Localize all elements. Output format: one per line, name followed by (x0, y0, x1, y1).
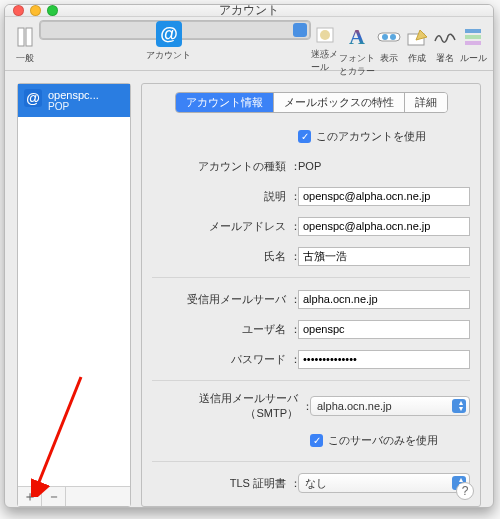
toolbar: 一般 @ アカウント 迷惑メール A フォントとカラー 表示 作成 署名 ルール (5, 17, 493, 71)
svg-rect-1 (26, 28, 32, 46)
only-server-label: このサーバのみを使用 (328, 433, 438, 448)
toolbar-junk[interactable]: 迷惑メール (311, 20, 339, 70)
toolbar-rules[interactable]: ルール (459, 20, 487, 70)
svg-rect-0 (18, 28, 24, 46)
enable-account-checkbox[interactable]: ✓ (298, 130, 311, 143)
email-label: メールアドレス (152, 219, 290, 234)
tls-label: TLS 証明書 (152, 476, 290, 491)
only-server-checkbox[interactable]: ✓ (310, 434, 323, 447)
sidebar: @ openspc... POP ＋ － (17, 83, 131, 507)
traffic-lights (5, 5, 58, 16)
toolbar-signatures[interactable]: 署名 (431, 20, 459, 70)
at-icon: @ (24, 89, 42, 107)
svg-rect-10 (465, 41, 481, 45)
svg-rect-8 (465, 29, 481, 33)
password-label: パスワード (152, 352, 290, 367)
svg-rect-4 (378, 33, 400, 41)
signature-icon (431, 24, 459, 50)
svg-rect-9 (465, 35, 481, 39)
remove-account-button[interactable]: － (42, 487, 66, 506)
add-account-button[interactable]: ＋ (18, 487, 42, 506)
username-input[interactable] (298, 320, 470, 339)
viewing-icon (375, 24, 403, 50)
general-icon (11, 24, 39, 50)
toolbar-fonts[interactable]: A フォントとカラー (339, 20, 375, 70)
account-type: POP (48, 101, 99, 112)
minimize-icon[interactable] (30, 5, 41, 16)
outgoing-server-label: 送信用メールサーバ（SMTP） (152, 391, 302, 421)
username-label: ユーザ名 (152, 322, 290, 337)
sidebar-spacer (66, 487, 130, 506)
toolbar-accounts[interactable]: @ アカウント (39, 20, 311, 40)
divider (152, 461, 470, 462)
chevron-updown-icon: ▴▾ (459, 400, 463, 412)
titlebar: アカウント (5, 5, 493, 17)
zoom-icon[interactable] (47, 5, 58, 16)
window: アカウント 一般 @ アカウント 迷惑メール A フォントとカラー 表示 作成 (4, 4, 494, 508)
password-input[interactable] (298, 350, 470, 369)
account-name: openspc... (48, 89, 99, 101)
tabs: アカウント情報 メールボックスの特性 詳細 (152, 92, 470, 113)
chevron-updown-icon: ▴▾ (459, 477, 463, 489)
account-item[interactable]: @ openspc... POP (18, 84, 130, 117)
divider (152, 277, 470, 278)
enable-account-label: このアカウントを使用 (316, 129, 426, 144)
tab-mailbox[interactable]: メールボックスの特性 (274, 93, 405, 112)
compose-icon (403, 24, 431, 50)
outgoing-server-select[interactable]: alpha.ocn.ne.jp▴▾ (310, 396, 470, 416)
window-title: アカウント (5, 4, 493, 19)
junk-icon (311, 24, 339, 46)
at-icon: @ (155, 21, 183, 47)
content: アカウント情報 メールボックスの特性 詳細 ✓ このアカウントを使用 アカウント… (141, 83, 481, 507)
toolbar-general[interactable]: 一般 (11, 20, 39, 70)
email-input[interactable] (298, 217, 470, 236)
fonts-icon: A (343, 24, 371, 50)
svg-point-6 (390, 34, 396, 40)
account-list: @ openspc... POP (18, 84, 130, 486)
body: @ openspc... POP ＋ － アカウント情報 メールボックスの特性 … (5, 71, 493, 508)
tls-select[interactable]: なし▴▾ (298, 473, 470, 493)
sidebar-footer: ＋ － (18, 486, 130, 506)
rules-icon (459, 24, 487, 50)
fullname-label: 氏名 (152, 249, 290, 264)
divider (152, 380, 470, 381)
svg-point-3 (320, 30, 330, 40)
description-label: 説明 (152, 189, 290, 204)
fullname-input[interactable] (298, 247, 470, 266)
tab-details[interactable]: 詳細 (405, 93, 447, 112)
svg-point-5 (382, 34, 388, 40)
toolbar-composing[interactable]: 作成 (403, 20, 431, 70)
close-icon[interactable] (13, 5, 24, 16)
account-type-value: POP (298, 160, 321, 172)
description-input[interactable] (298, 187, 470, 206)
toolbar-viewing[interactable]: 表示 (375, 20, 403, 70)
tab-account-info[interactable]: アカウント情報 (176, 93, 274, 112)
account-type-label: アカウントの種類 (152, 159, 290, 174)
incoming-server-label: 受信用メールサーバ (152, 292, 290, 307)
incoming-server-input[interactable] (298, 290, 470, 309)
